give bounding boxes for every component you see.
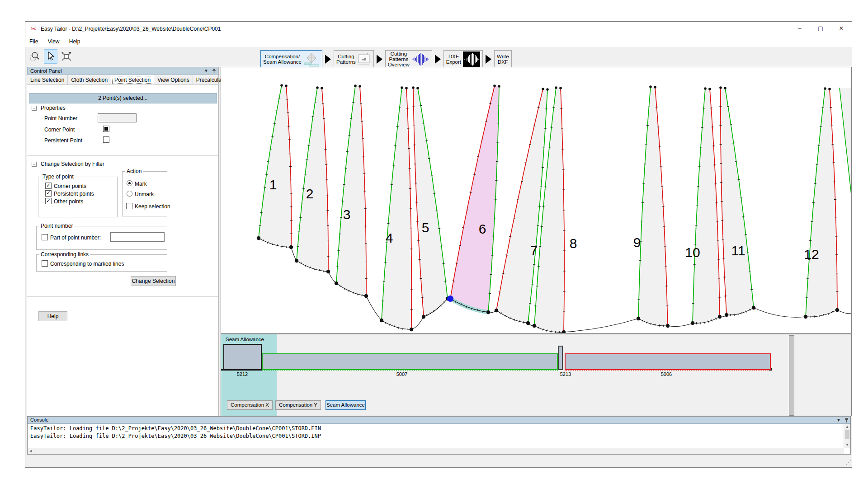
control-panel: Control Panel ▼ Line Selection Cloth Sel… (27, 67, 219, 416)
corresponding-links-title: Corresponding links (39, 251, 90, 258)
menu-help[interactable]: Help (65, 37, 85, 47)
properties-section-title: Properties (41, 105, 66, 111)
persistent-points-label: Persistent points (54, 191, 94, 197)
persistent-points-checkbox[interactable]: ✓ (45, 190, 52, 197)
maximize-button[interactable]: ▢ (810, 22, 831, 36)
pattern-panel-1[interactable]: 1 (257, 84, 293, 249)
panel-dropdown-icon[interactable]: ▼ (204, 68, 208, 74)
corresponding-to-marked-lines-checkbox[interactable] (42, 260, 48, 267)
point-number-field[interactable] (98, 113, 137, 122)
zoom-tool-button[interactable] (28, 49, 42, 64)
pattern-panel-9[interactable]: 9 (633, 85, 670, 328)
console-horizontal-scrollbar[interactable]: ◄ (28, 448, 844, 454)
compensation-icon (303, 52, 320, 67)
tab-point-selection[interactable]: Point Selection (111, 75, 154, 84)
seam-bar-5006[interactable] (565, 353, 771, 370)
console-vertical-scrollbar[interactable]: ▲▼ (844, 424, 850, 448)
console-title: Console (30, 417, 48, 422)
unmark-radio[interactable] (127, 191, 132, 197)
scroll-left-icon[interactable]: ◄ (28, 448, 34, 454)
console-line: EasyTailor: Loading file D:\2_Projekte\E… (30, 433, 321, 439)
workflow-write-dxf-button[interactable]: WriteDXF (494, 50, 512, 68)
minimize-button[interactable]: – (789, 22, 810, 36)
pattern-panel-10[interactable]: 10 (685, 87, 722, 325)
seam-tab-2[interactable]: Seam Allowance (326, 400, 366, 410)
panel-number: 2 (306, 186, 314, 201)
part-of-point-number-field[interactable] (110, 232, 165, 242)
hem-arc (837, 310, 851, 314)
selection-count-banner: 2 Point(s) selected... (29, 93, 217, 103)
workflow-arrow-icon (377, 55, 382, 64)
dxf-export-icon (463, 52, 480, 67)
pattern-panel-4[interactable]: 4 (380, 86, 413, 331)
help-button[interactable]: Help (38, 311, 67, 321)
workflow-dxf-export-button[interactable]: DXFExport (443, 50, 483, 68)
panel-dropdown-icon[interactable]: ▼ (836, 418, 841, 423)
mark-label: Mark (135, 181, 147, 187)
zoom-extents-button[interactable] (60, 49, 73, 64)
pattern-panel-6[interactable]: 6 (447, 84, 500, 314)
resize-grip[interactable]: ⋰ (845, 459, 850, 466)
scroll-up-icon[interactable]: ▲ (844, 424, 850, 430)
pattern-panel-5[interactable]: 5 (412, 86, 449, 319)
magnifier-icon (30, 51, 41, 62)
panel-number: 3 (343, 207, 351, 222)
scroll-down-icon[interactable]: ▼ (844, 442, 850, 448)
seam-bar-5212[interactable] (223, 344, 262, 370)
panel-number: 12 (804, 247, 819, 262)
properties-collapse-icon[interactable]: − (32, 106, 37, 111)
hem-arc (366, 296, 382, 320)
workflow-cutting-patterns-overview-button[interactable]: CuttingPatternsOverview (385, 50, 432, 68)
panel-number: 1 (269, 177, 277, 192)
tab-view-options[interactable]: View Options (154, 75, 193, 84)
other-points-checkbox[interactable]: ✓ (45, 198, 52, 204)
seam-bar-5213[interactable] (558, 346, 563, 370)
change-selection-button[interactable]: Change Selection (131, 276, 176, 286)
seam-bar-label: 5006 (653, 371, 680, 377)
seam-vertical-scrollbar[interactable] (789, 335, 794, 416)
hem-arc (291, 247, 297, 261)
filter-collapse-icon[interactable]: − (32, 162, 37, 167)
filter-section-title: Change Selection by Filter (41, 161, 104, 167)
mark-radio[interactable] (127, 180, 132, 186)
keep-selection-checkbox[interactable] (126, 203, 132, 209)
select-tool-button[interactable] (44, 49, 57, 64)
workflow-compensation-seam-allowance-button[interactable]: Compensation/Seam Allowance (260, 50, 322, 68)
pin-icon[interactable] (212, 68, 216, 74)
persistent-point-checkbox[interactable] (103, 136, 109, 143)
close-button[interactable]: ✕ (831, 22, 852, 36)
corner-point-checkbox[interactable] (103, 126, 109, 132)
menu-bar: File View Help (25, 37, 852, 47)
pattern-panel-2[interactable]: 2 (295, 86, 330, 273)
console-line: EasyTailor: Loading file D:\2_Projekte\E… (30, 425, 321, 432)
seam-tab-1[interactable]: Compensation Y (275, 400, 321, 410)
tab-cloth-selection[interactable]: Cloth Selection (68, 75, 111, 84)
seam-bar-5007[interactable] (262, 353, 558, 370)
app-window: ✂ Easy Tailor - D:\2_Projekte\Easy\2020\… (25, 21, 852, 468)
panel-number: 6 (479, 221, 486, 236)
corner-point-label: Corner Point (44, 127, 75, 133)
pin-icon[interactable] (844, 418, 849, 423)
pattern-canvas[interactable]: 123456789101112 (221, 67, 852, 333)
pattern-panel-3[interactable]: 3 (335, 84, 368, 298)
menu-view[interactable]: View (44, 37, 64, 47)
corner-points-checkbox[interactable]: ✓ (45, 183, 52, 189)
pattern-panel-11[interactable]: 11 (719, 86, 755, 317)
panel-number: 9 (633, 235, 641, 250)
tab-line-selection[interactable]: Line Selection (27, 75, 68, 84)
selected-point-dot[interactable] (447, 296, 453, 302)
pattern-panel-12[interactable]: 12 (804, 87, 839, 319)
hem-arc (668, 323, 693, 327)
panel-number: 7 (530, 243, 538, 258)
seam-tab-0[interactable]: Compensation X (227, 400, 273, 410)
cursor-arrow-icon (46, 52, 55, 61)
menu-file[interactable]: File (25, 37, 42, 47)
hem-arc (754, 308, 806, 317)
status-bar: ⋰ (25, 455, 852, 467)
cutting-patterns-icon (358, 53, 371, 66)
workflow-cutting-patterns-button[interactable]: CuttingPatterns (334, 50, 374, 68)
toolbar: Compensation/Seam Allowance CuttingPatte… (25, 47, 852, 69)
action-group-title: Action (125, 168, 143, 174)
console-panel: Console ▼ EasyTailor: Loading file D:\2_… (27, 416, 851, 455)
part-of-point-number-checkbox[interactable] (42, 234, 48, 240)
